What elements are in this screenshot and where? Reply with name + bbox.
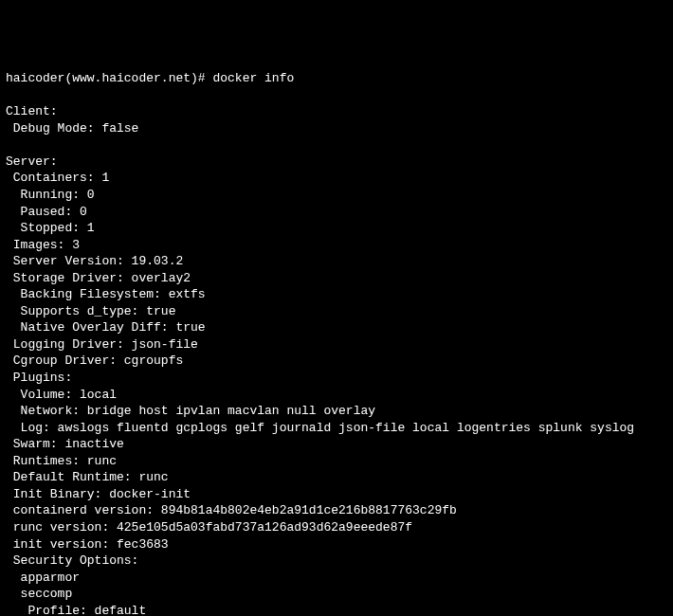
output-line: Logging Driver: json-file [6, 336, 667, 353]
output-line: Supports d_type: true [6, 303, 667, 320]
output-line: Runtimes: runc [6, 453, 667, 470]
output-line: Images: 3 [6, 237, 667, 254]
terminal-prompt-line[interactable]: haicoder(www.haicoder.net)# docker info [6, 70, 667, 87]
output-line: Cgroup Driver: cgroupfs [6, 353, 667, 370]
output-line: Paused: 0 [6, 204, 667, 221]
output-line: Profile: default [6, 603, 667, 616]
output-line: Storage Driver: overlay2 [6, 270, 667, 287]
output-line: Native Overlay Diff: true [6, 319, 667, 336]
output-line: Debug Mode: false [6, 120, 667, 137]
output-line: apparmor [6, 570, 667, 587]
output-line: Stopped: 1 [6, 220, 667, 237]
output-line: Swarm: inactive [6, 436, 667, 453]
output-line: Log: awslogs fluentd gcplogs gelf journa… [6, 420, 667, 437]
terminal-output: Client: Debug Mode: false Server: Contai… [6, 103, 667, 616]
output-line: Running: 0 [6, 187, 667, 204]
output-line: Security Options: [6, 553, 667, 570]
output-line: Network: bridge host ipvlan macvlan null… [6, 403, 667, 420]
output-line: containerd version: 894b81a4b802e4eb2a91… [6, 502, 667, 519]
output-line: Plugins: [6, 370, 667, 387]
output-line: Backing Filesystem: extfs [6, 286, 667, 303]
output-line: Init Binary: docker-init [6, 486, 667, 503]
output-line [6, 136, 667, 154]
output-line: Server: [6, 154, 667, 171]
output-line: Server Version: 19.03.2 [6, 253, 667, 270]
output-line: Containers: 1 [6, 170, 667, 187]
command-input[interactable]: docker info [212, 71, 294, 85]
output-line: Volume: local [6, 387, 667, 404]
shell-prompt: haicoder(www.haicoder.net)# [6, 71, 212, 85]
output-line: runc version: 425e105d5a03fabd737a126ad9… [6, 519, 667, 536]
output-line: Default Runtime: runc [6, 469, 667, 486]
output-line: seccomp [6, 586, 667, 603]
output-line: init version: fec3683 [6, 536, 667, 553]
output-line: Client: [6, 103, 667, 120]
